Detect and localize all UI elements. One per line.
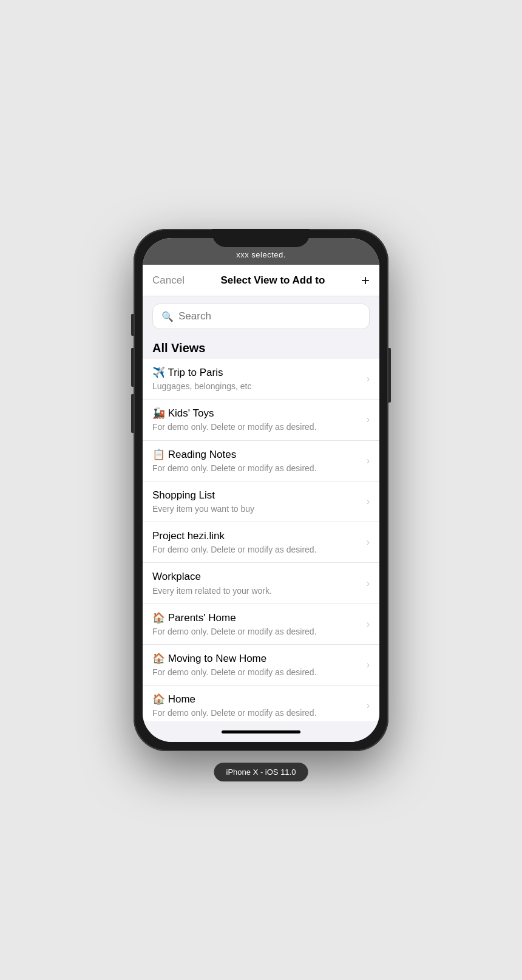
search-input[interactable] xyxy=(178,310,361,322)
status-text: xxx selected. xyxy=(236,250,286,259)
list-item-subtitle: Every item related to your work. xyxy=(152,585,362,596)
add-button[interactable]: + xyxy=(361,273,370,288)
home-bar xyxy=(222,730,300,733)
list-item-content: 🏠 Parents' HomeFor demo only. Delete or … xyxy=(152,611,362,637)
list-item-title: 🏠 Moving to New Home xyxy=(152,652,362,665)
chevron-right-icon: › xyxy=(367,455,370,466)
volume-up-button xyxy=(131,348,134,387)
list-item-subtitle: For demo only. Delete or modify as desir… xyxy=(152,463,362,474)
chevron-right-icon: › xyxy=(367,700,370,711)
mute-button xyxy=(131,314,134,336)
list-item-subtitle: For demo only. Delete or modify as desir… xyxy=(152,707,362,718)
nav-bar: Cancel Select View to Add to + xyxy=(143,265,379,296)
list-item-content: ✈️ Trip to ParisLuggages, belongings, et… xyxy=(152,366,362,392)
list-item[interactable]: 🚂 Kids' ToysFor demo only. Delete or mod… xyxy=(143,400,379,440)
list-item-content: 🚂 Kids' ToysFor demo only. Delete or mod… xyxy=(152,407,362,432)
list-item-content: Project hezi.linkFor demo only. Delete o… xyxy=(152,529,362,555)
list-item-title: Project hezi.link xyxy=(152,529,362,543)
search-bar-container: 🔍 xyxy=(143,296,379,336)
list-item-title: 🚂 Kids' Toys xyxy=(152,407,362,420)
chevron-right-icon: › xyxy=(367,578,370,589)
list-item-title: 🏠 Parents' Home xyxy=(152,611,362,625)
chevron-right-icon: › xyxy=(367,496,370,507)
list-item-subtitle: For demo only. Delete or modify as desir… xyxy=(152,421,362,432)
chevron-right-icon: › xyxy=(367,537,370,548)
list-item[interactable]: WorkplaceEvery item related to your work… xyxy=(143,563,379,604)
list-item-subtitle: Every item you want to buy xyxy=(152,503,362,514)
list-item-title: Shopping List xyxy=(152,489,362,502)
list-item-subtitle: For demo only. Delete or modify as desir… xyxy=(152,544,362,555)
chevron-right-icon: › xyxy=(367,659,370,670)
list-item[interactable]: 🏠 HomeFor demo only. Delete or modify as… xyxy=(143,686,379,721)
list-item-title: 📋 Reading Notes xyxy=(152,448,362,461)
power-button xyxy=(388,348,391,403)
list-item-subtitle: For demo only. Delete or modify as desir… xyxy=(152,667,362,678)
list-item-content: WorkplaceEvery item related to your work… xyxy=(152,570,362,596)
list-item-subtitle: Luggages, belongings, etc xyxy=(152,381,362,392)
list-item-content: 📋 Reading NotesFor demo only. Delete or … xyxy=(152,448,362,474)
chevron-right-icon: › xyxy=(367,373,370,384)
views-list: ✈️ Trip to ParisLuggages, belongings, et… xyxy=(143,359,379,721)
list-item[interactable]: 🏠 Moving to New HomeFor demo only. Delet… xyxy=(143,645,379,686)
list-item[interactable]: 🏠 Parents' HomeFor demo only. Delete or … xyxy=(143,604,379,645)
home-indicator xyxy=(143,721,379,742)
cancel-button[interactable]: Cancel xyxy=(152,274,185,287)
volume-down-button xyxy=(131,394,134,433)
list-item[interactable]: Shopping ListEvery item you want to buy› xyxy=(143,481,379,522)
list-item[interactable]: 📋 Reading NotesFor demo only. Delete or … xyxy=(143,441,379,481)
search-icon: 🔍 xyxy=(161,311,174,322)
chevron-right-icon: › xyxy=(367,414,370,425)
list-item-title: Workplace xyxy=(152,570,362,584)
list-item-content: 🏠 Moving to New HomeFor demo only. Delet… xyxy=(152,652,362,678)
device-label: iPhone X - iOS 11.0 xyxy=(214,763,308,781)
screen: xxx selected. Cancel Select View to Add … xyxy=(143,238,379,742)
section-header: All Views xyxy=(143,336,379,359)
search-bar: 🔍 xyxy=(152,304,370,329)
nav-title: Select View to Add to xyxy=(185,274,361,287)
list-item[interactable]: ✈️ Trip to ParisLuggages, belongings, et… xyxy=(143,359,379,400)
list-item-title: 🏠 Home xyxy=(152,693,362,706)
list-item-content: 🏠 HomeFor demo only. Delete or modify as… xyxy=(152,693,362,718)
list-item[interactable]: Project hezi.linkFor demo only. Delete o… xyxy=(143,522,379,563)
list-item-title: ✈️ Trip to Paris xyxy=(152,366,362,379)
all-views-label: All Views xyxy=(152,341,205,355)
chevron-right-icon: › xyxy=(367,619,370,630)
list-item-subtitle: For demo only. Delete or modify as desir… xyxy=(152,626,362,637)
notch xyxy=(212,229,310,247)
phone-frame: xxx selected. Cancel Select View to Add … xyxy=(134,229,388,751)
list-item-content: Shopping ListEvery item you want to buy xyxy=(152,489,362,514)
